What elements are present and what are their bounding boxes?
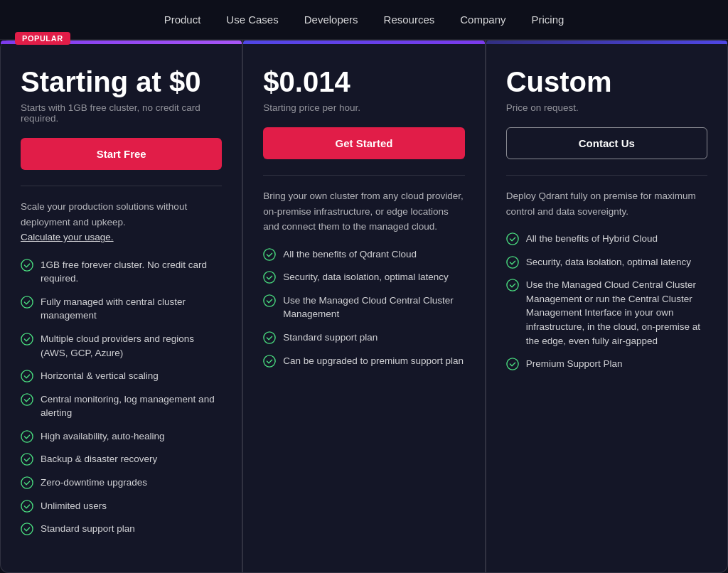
svg-point-16 bbox=[507, 257, 518, 268]
svg-point-17 bbox=[507, 279, 518, 291]
plan-free-description: Scale your production solutions without … bbox=[21, 199, 222, 245]
svg-point-0 bbox=[21, 259, 33, 271]
feature-item: Central monitoring, log management and a… bbox=[21, 392, 222, 420]
popular-badge: POPULAR bbox=[15, 32, 70, 45]
feature-item: Use the Managed Cloud Central Cluster Ma… bbox=[506, 278, 707, 348]
feature-item: Backup & disaster recovery bbox=[21, 452, 222, 466]
check-icon bbox=[21, 259, 33, 272]
svg-point-14 bbox=[264, 355, 275, 366]
feature-item: Standard support plan bbox=[21, 522, 222, 536]
check-icon bbox=[21, 500, 33, 513]
plan-free-features: 1GB free forever cluster. No credit card… bbox=[21, 258, 222, 536]
feature-item: High availability, auto-healing bbox=[21, 429, 222, 444]
plan-cloud: $0.014 Starting price per hour. Get Star… bbox=[242, 40, 485, 573]
check-icon bbox=[263, 294, 276, 307]
feature-item: Can be upgraded to premium support plan bbox=[263, 354, 464, 368]
feature-item: Horizontal & vertical scaling bbox=[21, 369, 222, 383]
plan-cloud-price: $0.014 bbox=[263, 66, 464, 98]
feature-item: Unlimited users bbox=[21, 499, 222, 513]
plan-enterprise-price-sub: Price on request. bbox=[506, 102, 707, 113]
svg-point-18 bbox=[507, 358, 518, 370]
plan-free-price-sub: Starts with 1GB free cluster, no credit … bbox=[21, 102, 222, 124]
svg-point-5 bbox=[21, 431, 33, 442]
check-icon bbox=[263, 355, 276, 368]
check-icon bbox=[506, 279, 519, 291]
feature-item: Premium Support Plan bbox=[506, 357, 707, 371]
check-icon bbox=[263, 331, 276, 344]
plan-enterprise-description: Deploy Qdrant fully on premise for maxim… bbox=[506, 188, 707, 219]
svg-point-15 bbox=[507, 233, 518, 245]
svg-point-10 bbox=[264, 249, 275, 260]
plan-enterprise-features: All the benefits of Hybrid Cloud Securit… bbox=[506, 232, 707, 371]
svg-point-9 bbox=[21, 523, 33, 535]
nav-item-resources[interactable]: Resources bbox=[384, 14, 435, 26]
feature-item: Standard support plan bbox=[263, 331, 464, 345]
svg-point-12 bbox=[264, 295, 275, 306]
feature-item: All the benefits of Qdrant Cloud bbox=[263, 247, 464, 262]
divider-free bbox=[21, 186, 222, 186]
feature-item: Fully managed with central cluster manag… bbox=[21, 295, 222, 323]
check-icon bbox=[21, 523, 33, 535]
contact-us-button[interactable]: Contact Us bbox=[506, 127, 707, 159]
pricing-container: POPULAR Starting at $0 Starts with 1GB f… bbox=[0, 40, 728, 573]
feature-item: Security, data isolation, optimal latenc… bbox=[506, 255, 707, 269]
check-icon bbox=[21, 393, 33, 406]
svg-point-4 bbox=[21, 394, 33, 405]
check-icon bbox=[21, 370, 33, 382]
check-icon bbox=[21, 430, 33, 443]
calculate-usage-link[interactable]: Calculate your usage. bbox=[21, 232, 114, 242]
nav-item-use-cases[interactable]: Use Cases bbox=[226, 14, 278, 26]
svg-point-13 bbox=[264, 332, 275, 343]
check-icon bbox=[263, 271, 276, 284]
svg-point-11 bbox=[264, 272, 275, 283]
nav-item-product[interactable]: Product bbox=[164, 14, 201, 26]
check-icon bbox=[506, 358, 519, 370]
plan-cloud-description: Bring your own cluster from any cloud pr… bbox=[263, 188, 464, 235]
plan-cloud-features: All the benefits of Qdrant Cloud Securit… bbox=[263, 247, 464, 368]
check-icon bbox=[21, 453, 33, 466]
start-free-button[interactable]: Start Free bbox=[21, 138, 222, 170]
nav-item-developers[interactable]: Developers bbox=[304, 14, 358, 26]
svg-point-3 bbox=[21, 370, 33, 382]
nav-item-company[interactable]: Company bbox=[460, 14, 505, 26]
check-icon bbox=[21, 296, 33, 309]
check-icon bbox=[21, 333, 33, 346]
plan-enterprise: Custom Price on request. Contact Us Depl… bbox=[486, 40, 728, 573]
feature-item: Security, data isolation, optimal latenc… bbox=[263, 270, 464, 284]
plan-free-price: Starting at $0 bbox=[21, 66, 222, 98]
svg-point-8 bbox=[21, 500, 33, 511]
navbar: Product Use Cases Developers Resources C… bbox=[0, 0, 728, 40]
divider-cloud bbox=[263, 175, 464, 176]
plan-cloud-price-sub: Starting price per hour. bbox=[263, 102, 464, 113]
feature-item: Use the Managed Cloud Central Cluster Ma… bbox=[263, 294, 464, 321]
plan-enterprise-price: Custom bbox=[506, 66, 707, 98]
svg-point-6 bbox=[21, 454, 33, 465]
svg-point-7 bbox=[21, 477, 33, 488]
nav-links: Product Use Cases Developers Resources C… bbox=[164, 14, 564, 26]
divider-enterprise bbox=[506, 175, 707, 176]
nav-item-pricing[interactable]: Pricing bbox=[531, 14, 564, 26]
plan-free: POPULAR Starting at $0 Starts with 1GB f… bbox=[0, 40, 242, 573]
check-icon bbox=[506, 232, 519, 245]
feature-item: Multiple cloud providers and regions (AW… bbox=[21, 332, 222, 360]
check-icon bbox=[21, 476, 33, 489]
feature-item: Zero-downtime upgrades bbox=[21, 476, 222, 490]
feature-item: All the benefits of Hybrid Cloud bbox=[506, 232, 707, 246]
svg-point-1 bbox=[21, 296, 33, 308]
check-icon bbox=[506, 256, 519, 269]
svg-point-2 bbox=[21, 333, 33, 345]
get-started-button[interactable]: Get Started bbox=[263, 127, 464, 159]
check-icon bbox=[263, 248, 276, 261]
feature-item: 1GB free forever cluster. No credit card… bbox=[21, 258, 222, 286]
